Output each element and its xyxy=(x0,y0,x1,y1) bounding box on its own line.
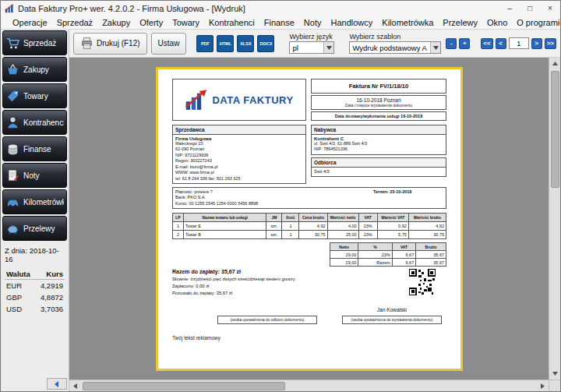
template-value: Wydruk podstawowy A xyxy=(352,44,426,52)
next-page-button[interactable]: > xyxy=(531,38,542,49)
sidebar-item-zakupy[interactable]: Zakupy xyxy=(2,57,67,82)
prev-page-button[interactable]: < xyxy=(496,38,506,49)
column-header: Wartość brutto xyxy=(408,214,446,222)
menu-item-o-programie[interactable]: O programie xyxy=(512,18,561,27)
column-header: JM xyxy=(266,214,282,222)
receiver-header: Odbiorca xyxy=(312,158,446,168)
menu-item-sprzedaz[interactable]: Sprzedaż xyxy=(52,18,97,27)
menu-item-towary[interactable]: Towary xyxy=(168,18,204,27)
scrollbar-thumb[interactable] xyxy=(551,71,559,188)
advertisement-text: Twój tekst reklamowy xyxy=(172,335,446,341)
invoice-issue-date: 16-10-2018 Poznań xyxy=(312,97,446,103)
total-due: Razem do zapłaty: 35,67 zł xyxy=(172,269,409,274)
sidebar-item-sprzedaz[interactable]: Sprzedaż xyxy=(2,30,67,55)
scroll-down-icon[interactable] xyxy=(549,368,561,380)
tag-icon xyxy=(5,89,20,104)
settings-button[interactable]: Ustaw xyxy=(151,33,187,55)
menu-item-kontrahenci[interactable]: Kontrahenci xyxy=(204,18,259,27)
export-docx-button[interactable]: DOCX xyxy=(257,35,274,52)
sidebar-item-przelewy[interactable]: Przelewy xyxy=(2,216,67,241)
menu-item-operacje[interactable]: Operacje xyxy=(8,18,52,27)
cell: Towar E xyxy=(184,222,266,231)
app-logo-icon xyxy=(5,3,15,13)
scrollbar-thumb[interactable] xyxy=(83,382,285,390)
amount-remaining: Pozostało do zapłaty: 35,67 zł xyxy=(172,290,409,297)
zoom-in-button[interactable]: + xyxy=(459,38,470,49)
rates-date-label: Z dnia: 2018-10-16 xyxy=(5,246,65,263)
sidebar-item-label: Przelewy xyxy=(23,224,55,233)
payment-section: Płatność: przelew 7 Bank: PKO S.A. Konto… xyxy=(172,187,446,209)
last-page-button[interactable]: >> xyxy=(545,38,556,49)
qr-code xyxy=(409,269,436,295)
printer-icon xyxy=(80,37,94,50)
logo-chart-icon xyxy=(185,90,208,111)
cell: 1 xyxy=(173,222,184,231)
table-row: 29,00 23% 6,67 35,67 xyxy=(330,251,446,259)
cell: 1 xyxy=(282,231,299,239)
cell: 35,67 xyxy=(416,259,446,267)
logo-text: DATA FAKTURY xyxy=(212,94,293,106)
table-row: GBP 4,8872 xyxy=(5,291,65,303)
sidebar-item-kilometrowka[interactable]: Kilometrówka xyxy=(2,189,67,214)
horizontal-scrollbar[interactable] xyxy=(69,380,549,391)
menu-item-noty[interactable]: Noty xyxy=(299,18,326,27)
window-title: Data Faktury Pro+ wer. 4.2.0.2 - Firma U… xyxy=(18,4,499,13)
currency-rate: 4,2919 xyxy=(35,280,65,292)
first-page-button[interactable]: << xyxy=(481,38,492,49)
cell: 5,75 xyxy=(377,231,408,239)
menu-item-oferty[interactable]: Oferty xyxy=(135,18,168,27)
cell: 4,00 xyxy=(327,222,358,231)
template-select[interactable]: Wydruk podstawowy A xyxy=(349,41,441,54)
maximize-button[interactable]: □ xyxy=(520,1,540,16)
currency-code: USD xyxy=(5,303,35,315)
payment-term: Termin: 23-10-2018 xyxy=(373,189,443,207)
rate-header: Kurs xyxy=(35,269,65,280)
print-button-label: Drukuj (F12) xyxy=(97,39,140,48)
scroll-right-icon[interactable] xyxy=(537,380,549,392)
seller-line: 62-090 Poznań xyxy=(175,147,303,152)
invoice-logo: DATA FAKTURY xyxy=(172,79,306,121)
invoice-items-table: LP Nazwa towaru lub usługi JM Ilość Cena… xyxy=(172,213,446,239)
cell: 29,00 xyxy=(330,251,358,259)
sidebar-item-towary[interactable]: Towary xyxy=(2,83,67,108)
cell: 30,75 xyxy=(299,231,327,239)
sidebar: Sprzedaż Zakupy Towary Kontrahenci Finan… xyxy=(1,30,69,391)
menu-item-zakupy[interactable]: Zakupy xyxy=(97,18,135,27)
collapse-sidebar-button[interactable] xyxy=(47,378,67,390)
minimize-button[interactable]: – xyxy=(499,1,520,16)
payment-line: Płatność: przelew 7 xyxy=(175,189,373,195)
table-row: USD 3,7036 xyxy=(5,303,65,315)
table-row: 1 Towar E szt. 1 4,92 4,00 23% 0,92 4,92 xyxy=(173,222,446,231)
chevron-down-icon xyxy=(323,42,333,53)
menu-item-okno[interactable]: Okno xyxy=(482,18,512,27)
payment-line: Bank: PKO S.A. xyxy=(175,195,373,200)
vertical-scrollbar[interactable] xyxy=(549,58,560,380)
page-number-input[interactable] xyxy=(509,37,529,49)
export-xlsx-button[interactable]: XLSX xyxy=(237,35,254,52)
menu-item-handlowcy[interactable]: Handlowcy xyxy=(326,18,377,27)
payment-line: Konto: 00 1255 2545 1254 0000 5456 8898 xyxy=(175,201,373,207)
receiver-section: Odbiorca Świt 4/3 xyxy=(311,157,446,177)
menu-item-finanse[interactable]: Finanse xyxy=(259,18,299,27)
receiver-signature-caption: (osoba upoważniona do odbioru dokumentu) xyxy=(217,316,317,324)
cell: 0,92 xyxy=(377,222,408,231)
menu-item-kilometrowka[interactable]: Kilometrówka xyxy=(377,18,438,27)
export-html-button[interactable]: HTML xyxy=(217,35,234,52)
export-pdf-button[interactable]: PDF xyxy=(196,35,213,52)
currency-code: EUR xyxy=(5,280,35,292)
language-select[interactable]: pl xyxy=(289,41,334,54)
print-button[interactable]: Drukuj (F12) xyxy=(73,33,147,55)
close-button[interactable]: × xyxy=(540,1,560,16)
zoom-out-button[interactable]: - xyxy=(446,38,457,49)
scroll-left-icon[interactable] xyxy=(69,380,81,392)
menu-item-przelewy[interactable]: Przelewy xyxy=(438,18,482,27)
buyer-line: NIP: 7894521336 xyxy=(314,147,443,152)
scroll-up-icon[interactable] xyxy=(549,58,561,69)
sidebar-item-kontrahenci[interactable]: Kontrahenci xyxy=(2,110,67,135)
cell: 30,75 xyxy=(408,231,446,239)
scrollbar-corner xyxy=(549,380,560,391)
sidebar-item-noty[interactable]: Noty xyxy=(2,163,67,188)
sidebar-item-finanse[interactable]: Finanse xyxy=(2,136,67,161)
cell: 29,00 xyxy=(330,259,358,267)
seller-line: Małeckiego 10 xyxy=(175,141,303,147)
